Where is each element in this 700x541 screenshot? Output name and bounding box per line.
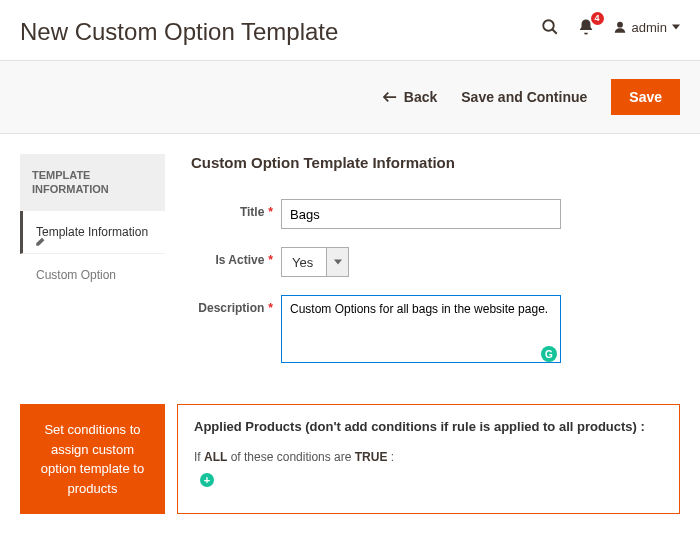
notification-count-badge: 4 — [591, 12, 604, 25]
chevron-down-icon — [334, 259, 342, 265]
description-label: Description* — [191, 295, 281, 315]
row-title: Title* — [191, 199, 680, 229]
user-name: admin — [632, 20, 667, 35]
tab-label: Custom Option — [36, 268, 116, 282]
page-title: New Custom Option Template — [20, 18, 338, 46]
title-input[interactable] — [281, 199, 561, 229]
section-title: Custom Option Template Information — [191, 154, 680, 171]
tab-template-information[interactable]: Template Information — [20, 211, 165, 254]
applied-products-panel: Applied Products (don't add conditions i… — [177, 404, 680, 514]
condition-aggregator[interactable]: ALL — [204, 450, 227, 464]
svg-point-2 — [617, 22, 623, 28]
applied-products-title: Applied Products (don't add conditions i… — [194, 419, 663, 434]
select-value: Yes — [281, 247, 327, 277]
user-menu[interactable]: admin — [613, 20, 680, 35]
tab-label: Template Information — [36, 225, 148, 239]
pencil-icon — [35, 237, 45, 247]
condition-value[interactable]: TRUE — [355, 450, 388, 464]
search-icon[interactable] — [541, 18, 559, 36]
svg-line-1 — [552, 29, 557, 34]
save-button[interactable]: Save — [611, 79, 680, 115]
active-label: Is Active* — [191, 247, 281, 267]
svg-point-0 — [543, 20, 554, 31]
row-description: Description* Custom Options for all bags… — [191, 295, 680, 366]
select-toggle[interactable] — [327, 247, 349, 277]
chevron-down-icon — [672, 23, 680, 31]
back-button[interactable]: Back — [383, 89, 437, 105]
save-continue-button[interactable]: Save and Continue — [461, 89, 587, 105]
sidebar: TEMPLATE INFORMATION Template Informatio… — [20, 154, 165, 384]
condition-line: If ALL of these conditions are TRUE : — [194, 450, 663, 464]
action-bar: Back Save and Continue Save — [0, 60, 700, 134]
back-label: Back — [404, 89, 437, 105]
grammarly-icon[interactable]: G — [541, 346, 557, 362]
title-label: Title* — [191, 199, 281, 219]
sidebar-heading: TEMPLATE INFORMATION — [20, 154, 165, 211]
row-is-active: Is Active* Yes — [191, 247, 680, 277]
arrow-left-icon — [383, 91, 397, 103]
add-condition-button[interactable]: + — [200, 473, 214, 487]
callout-box: Set conditions to assign custom option t… — [20, 404, 165, 514]
tab-custom-option[interactable]: Custom Option — [20, 254, 165, 296]
description-textarea[interactable]: Custom Options for all bags in the websi… — [281, 295, 561, 363]
notifications-icon[interactable]: 4 — [577, 18, 595, 36]
content-panel: Custom Option Template Information Title… — [191, 154, 680, 384]
is-active-select[interactable]: Yes — [281, 247, 680, 277]
header-actions: 4 admin — [541, 18, 680, 36]
